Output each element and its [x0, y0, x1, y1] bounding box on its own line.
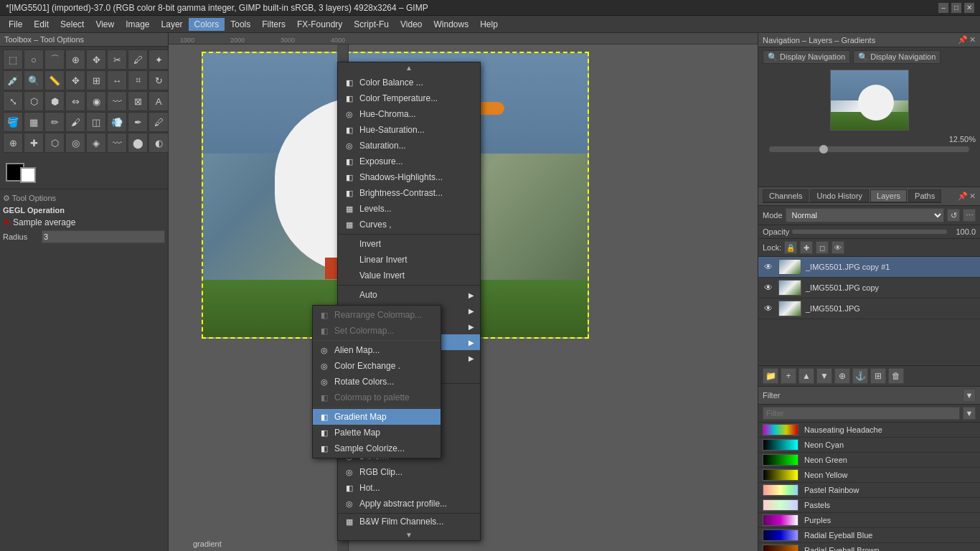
menu-item-video[interactable]: Video [395, 18, 428, 31]
tool-ellipse-select[interactable]: ○ [24, 50, 44, 70]
menu-item-file[interactable]: File [3, 18, 28, 31]
tool-rect-select[interactable]: ⬚ [3, 50, 23, 70]
gradient-row-radial-eyeball-brown[interactable]: Radial Eyeball Brown [758, 543, 980, 551]
mode-select[interactable]: Normal Dissolve Multiply Screen [786, 208, 944, 222]
auto-item[interactable]: Auto ▶ [338, 287, 480, 303]
background-color-swatch[interactable] [20, 167, 36, 183]
new-layer-button[interactable]: + [781, 368, 796, 384]
lock-alpha-button[interactable]: ◻ [816, 241, 829, 254]
radius-input[interactable] [42, 230, 165, 243]
menu-item-select[interactable]: Select [55, 18, 90, 31]
zoom-slider-thumb[interactable] [819, 145, 828, 154]
menu-item-layer[interactable]: Layer [156, 18, 189, 31]
tool-crop[interactable]: ⌗ [128, 70, 148, 90]
nav-pin-button[interactable]: 📌 [958, 35, 968, 44]
menu-item-view[interactable]: View [90, 18, 120, 31]
exposure-item[interactable]: ◧ Exposure... [338, 154, 480, 169]
layer-row-original[interactable]: 👁 _IMG5501.JPG [758, 298, 980, 319]
tool-paintbrush[interactable]: 🖌 [65, 112, 85, 132]
invert-item[interactable]: Invert [338, 236, 480, 252]
tool-smudge[interactable]: 〰 [107, 133, 127, 153]
tool-select-by-color[interactable]: ✥ [86, 50, 106, 70]
new-layer-group-button[interactable]: 📁 [763, 368, 778, 384]
tool-fuzzy-select[interactable]: ⊕ [65, 50, 85, 70]
alien-map-item[interactable]: ◎ Alien Map... [313, 342, 440, 358]
duplicate-layer-button[interactable]: ⊕ [834, 368, 850, 384]
menu-item-edit[interactable]: Edit [28, 18, 55, 31]
nav-tab-display-navigation-2[interactable]: 🔍 Display Navigation [853, 50, 941, 64]
gradient-row-neon-cyan[interactable]: Neon Cyan [758, 438, 980, 453]
hue-saturation-item[interactable]: ◧ Hue-Saturation... [338, 122, 480, 138]
levels-item[interactable]: ▦ Levels... [338, 201, 480, 217]
nav-tab-display-navigation-1[interactable]: 🔍 Display Navigation [763, 50, 850, 64]
linear-invert-item[interactable]: Linear Invert [338, 252, 480, 268]
tool-handle-transform[interactable]: ⊠ [128, 91, 148, 111]
menu-item-filters[interactable]: Filters [256, 18, 291, 31]
color-temperature-item[interactable]: ◧ Color Temperature... [338, 90, 480, 106]
tool-free-select[interactable]: ⌒ [44, 50, 65, 70]
tool-foreground-select[interactable]: 🖊 [128, 50, 148, 70]
anchor-layer-button[interactable]: ⚓ [852, 368, 868, 384]
tool-perspective[interactable]: ⬢ [44, 91, 65, 111]
layer-visibility-copy[interactable]: 👁 [763, 282, 774, 293]
tool-text[interactable]: A [149, 91, 169, 111]
tool-move[interactable]: ✥ [65, 70, 85, 90]
tool-burn[interactable]: ◐ [149, 133, 169, 153]
tool-rotate[interactable]: ↻ [149, 70, 169, 90]
layers-panel-close[interactable]: ✕ [969, 192, 976, 201]
tool-flip[interactable]: ⇔ [65, 91, 85, 111]
tool-healing[interactable]: ✚ [24, 133, 44, 153]
lower-layer-button[interactable]: ▼ [816, 368, 832, 384]
gradient-map-item[interactable]: ◧ Gradient Map [313, 409, 440, 425]
menu-item-help[interactable]: Help [474, 18, 504, 31]
tool-measure[interactable]: 📏 [44, 70, 65, 90]
merge-visible-button[interactable]: ⊞ [870, 368, 886, 384]
raise-layer-button[interactable]: ▲ [798, 368, 814, 384]
gradient-row-pastel-rainbow[interactable]: Pastel Rainbow [758, 483, 980, 498]
minimize-button[interactable]: – [938, 3, 948, 13]
rotate-colors-item[interactable]: ◎ Rotate Colors... [313, 374, 440, 390]
lock-position-button[interactable]: ✚ [800, 241, 813, 254]
tool-perspective-clone[interactable]: ⬡ [44, 133, 65, 153]
mode-reset-button[interactable]: ↺ [947, 209, 960, 222]
brightness-contrast-item[interactable]: ◧ Brightness-Contrast... [338, 185, 480, 201]
apply-abstract-item[interactable]: ◎ Apply abstract profile... [338, 496, 480, 512]
layers-panel-pin[interactable]: 📌 [958, 192, 968, 201]
tab-layers[interactable]: Layers [870, 189, 907, 202]
gradient-row-radial-eyeball-blue[interactable]: Radial Eyeball Blue [758, 528, 980, 543]
tool-scale[interactable]: ⤡ [3, 91, 23, 111]
lock-pixels-button[interactable]: 🔒 [784, 241, 797, 254]
tool-clone[interactable]: ⊕ [3, 133, 23, 153]
bw-film-item[interactable]: ▦ B&W Film Channels... [338, 514, 480, 529]
tool-sharpen[interactable]: ◈ [86, 133, 106, 153]
layer-row-copy[interactable]: 👁 _IMG5501.JPG copy [758, 278, 980, 298]
color-balance-item[interactable]: ◧ Color Balance ... [338, 75, 480, 90]
tool-paths[interactable]: ✦ [149, 50, 169, 70]
tool-zoom[interactable]: 🔍 [24, 70, 44, 90]
menu-item-fx-foundry[interactable]: FX-Foundry [291, 18, 348, 31]
hot-item[interactable]: ◧ Hot... [338, 480, 480, 496]
tool-eraser[interactable]: ◫ [86, 112, 106, 132]
value-invert-item[interactable]: Value Invert [338, 268, 480, 283]
hue-chroma-item[interactable]: ◎ Hue-Chroma... [338, 106, 480, 122]
tool-ink[interactable]: ✒ [128, 112, 148, 132]
menu-item-colors[interactable]: Colors [189, 18, 225, 31]
layer-row-copy1[interactable]: 👁 _IMG5501.JPG copy #1 [758, 257, 980, 278]
tool-mypaint[interactable]: 🖊 [149, 112, 169, 132]
opacity-slider[interactable] [792, 230, 947, 234]
palette-map-item[interactable]: ◧ Palette Map [313, 425, 440, 441]
tool-cage-transform[interactable]: ◉ [86, 91, 106, 111]
tool-bucket-fill[interactable]: 🪣 [3, 112, 23, 132]
menu-item-image[interactable]: Image [120, 18, 155, 31]
curves-item[interactable]: ▦ Curves , [338, 217, 480, 232]
menu-item-tools[interactable]: Tools [225, 18, 256, 31]
gegl-remove-button[interactable]: ✕ [3, 217, 10, 227]
mode-extra-button[interactable]: ⋯ [963, 209, 976, 222]
tool-transform[interactable]: ↔ [107, 70, 127, 90]
zoom-slider[interactable] [769, 146, 969, 152]
nav-close-button[interactable]: ✕ [969, 35, 976, 44]
sample-colorize-item[interactable]: ◧ Sample Colorize... [313, 441, 440, 456]
gradient-row-nauseating[interactable]: Nauseating Headache [758, 423, 980, 438]
tool-blur[interactable]: ◎ [65, 133, 85, 153]
maximize-button[interactable]: □ [951, 3, 961, 13]
